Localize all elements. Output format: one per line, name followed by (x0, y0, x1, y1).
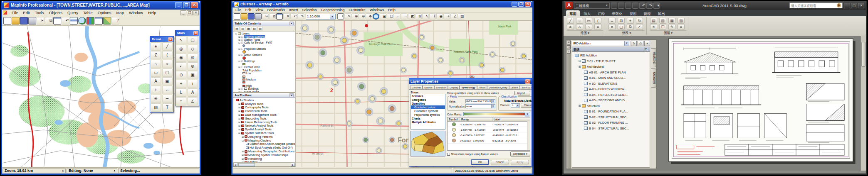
grabber-tool[interactable]: + (176, 80, 186, 88)
plot-button[interactable] (632, 2, 638, 9)
scrollbar-thumb[interactable] (238, 163, 255, 166)
toolbox-item[interactable]: ⊞ Conversion Tools (233, 109, 295, 113)
ribbon-button[interactable]: ≡ (678, 24, 685, 30)
toolbox-item[interactable]: ⊞ Rendering (233, 157, 295, 161)
menu-item[interactable]: Windows (368, 8, 386, 12)
menu-item[interactable]: Bookmarks (265, 8, 287, 12)
save-button[interactable] (248, 13, 255, 20)
ribbon-tab[interactable]: 视图 (626, 10, 640, 16)
palette-autohide-icon[interactable]: ◂ (567, 45, 571, 49)
find-button[interactable]: ◉ (436, 13, 443, 20)
ribbon-panel-label[interactable]: 图层 ▾ (650, 30, 686, 35)
dialog-tab[interactable]: Labels (509, 85, 520, 89)
toc-layer-item[interactable]: ⊟ ☐ Census 2010 (233, 66, 295, 68)
toc-layer-item[interactable]: Total Population (233, 69, 295, 72)
maximize-button[interactable]: ❐ (518, 2, 524, 7)
toc-layer-item[interactable] (233, 50, 295, 53)
dialog-tab[interactable]: Definition Query (487, 85, 509, 89)
mapinfo-map-canvas[interactable]: Drawi... ✕ ∗ ╱ Z ( ⌂ (2, 26, 200, 167)
ribbon-button[interactable]: ✕ (608, 24, 616, 30)
toc-layer-item[interactable] (233, 75, 295, 78)
new-map-button[interactable] (234, 13, 240, 20)
sheet-tree-item[interactable]: A-03 - DOORS WINDOW... (572, 86, 650, 92)
main-toolbar-titlebar[interactable]: Main ✕ (176, 30, 199, 36)
workspace-combo[interactable]: 三维建模 ▼ (574, 2, 610, 9)
ribbon-button[interactable]: ∠ (636, 24, 643, 30)
palette-tab[interactable]: 图纸列表 (651, 48, 656, 67)
close-button[interactable]: ✕ (525, 2, 531, 7)
text-tool[interactable]: A (151, 77, 161, 86)
toolbox-item[interactable]: ⊞ Cartography Tools (233, 106, 295, 110)
toolbox-item[interactable]: ArcToolbox (233, 98, 295, 102)
ribbon-button[interactable]: ⌂ (585, 24, 592, 30)
ribbon-button[interactable]: ╱ (567, 18, 574, 24)
ribbon-button[interactable]: ∗ (567, 24, 574, 30)
toc-header[interactable]: Table Of Contents ✕ (233, 21, 295, 26)
ribbon-button[interactable]: ▭ (585, 18, 592, 24)
toc-layer-item[interactable]: ⊟ ☐ Proposed Stations (233, 47, 295, 50)
show-list-item[interactable]: Proportional symbols (411, 113, 445, 117)
search-icon[interactable] (837, 3, 841, 7)
value-combo[interactable]: GiZScore IDW 156011 ▼ (465, 99, 495, 103)
polygon-tool[interactable]: ⌂ (151, 60, 161, 68)
save-button[interactable] (20, 17, 28, 24)
selecting-status[interactable]: Selecting... (118, 168, 199, 173)
section-expand-icon[interactable]: ⊡ (644, 48, 648, 51)
maximize-button[interactable]: ❐ (183, 2, 190, 8)
sheet-tree-item[interactable]: S-02 - STRUCTURAL SEC... (572, 115, 650, 120)
toolbox-item[interactable]: ⊞ Spatial Analyst Tools (233, 127, 295, 131)
dialog-tab[interactable]: Display (448, 85, 460, 89)
drawing-vscrollbar[interactable] (861, 36, 866, 171)
show-list-item[interactable]: Categories (411, 98, 445, 102)
menu-item[interactable]: Help (386, 8, 397, 12)
ribbon-button[interactable]: ☀ (650, 24, 657, 30)
ribbon-tab[interactable]: 注释 (594, 10, 608, 16)
delete-button[interactable]: ✕ (283, 13, 290, 20)
menu-item[interactable]: Map (114, 10, 126, 15)
menu-item[interactable]: Help (146, 10, 159, 15)
line-tool[interactable]: ╱ (162, 42, 173, 51)
sheet-tree-item[interactable]: AS-01 - ARCH SITE PLAN (572, 70, 650, 76)
show-list-item[interactable]: Graduated colors (411, 105, 445, 109)
table-row[interactable]: -7.626674 - -2.694779 -7.626674 - -2.694… (448, 122, 530, 127)
reshape-tool[interactable]: + (151, 86, 161, 94)
zoom-out-tool[interactable]: ⊖ (176, 71, 186, 79)
sheet-tree-item[interactable]: ⊞ Structural (572, 103, 650, 109)
menu-item[interactable]: Tools (32, 10, 47, 15)
sheet-tree-item[interactable]: S-03 - FLOOR FRAMING ... (572, 120, 650, 126)
go-back-extent-button[interactable]: ← (394, 13, 401, 20)
sheets-section-header[interactable]: 图纸 ⊡ (572, 47, 650, 51)
ribbon-button[interactable]: ✎ (668, 24, 675, 30)
text-style-button[interactable]: T (162, 103, 173, 112)
select-features-tool[interactable]: ◩ (408, 13, 415, 20)
ellipse-tool[interactable]: ○ (162, 60, 173, 68)
ribbon-button[interactable]: A (576, 24, 583, 30)
toc-layer-item[interactable]: ⊞ ☑ Station Types (233, 38, 295, 41)
toc-layer-item[interactable]: Low (233, 72, 295, 75)
toolbox-item[interactable]: Hot Spot Analysis (Getis-Ord Gi*) (233, 146, 295, 149)
sheet-tree-item[interactable]: S-01 - FOUNDATION PLA... (572, 109, 650, 115)
menu-item[interactable]: Customize (347, 8, 368, 12)
show-list-item[interactable]: Charts (411, 117, 445, 120)
identify-tool[interactable]: i (429, 13, 436, 20)
help-button[interactable]: ? (111, 17, 119, 24)
list-by-visibility-button[interactable]: ▦ (246, 27, 251, 31)
map-scale-combo[interactable]: 1:10,000 ▼ (306, 14, 336, 20)
dialog-tab[interactable]: General (410, 85, 423, 89)
ribbon-button[interactable]: ○ (576, 18, 583, 24)
mdi-minimize-button[interactable]: _ (181, 10, 186, 15)
autocad-titlebar[interactable]: A 三维建模 ▼ ↶ ↷ (564, 1, 866, 10)
toolbox-item[interactable]: ⊞ Linear Referencing Tools (233, 120, 295, 124)
editor-toolbar-button[interactable]: ✎ (344, 13, 351, 20)
menu-item[interactable]: Selection (300, 8, 319, 12)
scrollbar-thumb[interactable] (861, 42, 866, 67)
sheet-tree-item[interactable]: S-04 - STRUCTURAL SEC... (572, 126, 650, 132)
toc-layer-item[interactable]: ⊟ ☑ Active Stations (233, 54, 295, 56)
drawing-toolbar-close-icon[interactable]: ✕ (168, 37, 173, 42)
ribbon-button[interactable]: ⊞ (618, 18, 625, 24)
ribbon-panel-label[interactable]: 绘图 ▾ (567, 30, 603, 35)
change-view-button[interactable]: ▣ (188, 71, 198, 79)
toc-layer-item[interactable]: Medium (233, 78, 295, 81)
marquee-select-tool[interactable]: ▢ (188, 36, 198, 44)
paste-button[interactable] (53, 17, 61, 24)
